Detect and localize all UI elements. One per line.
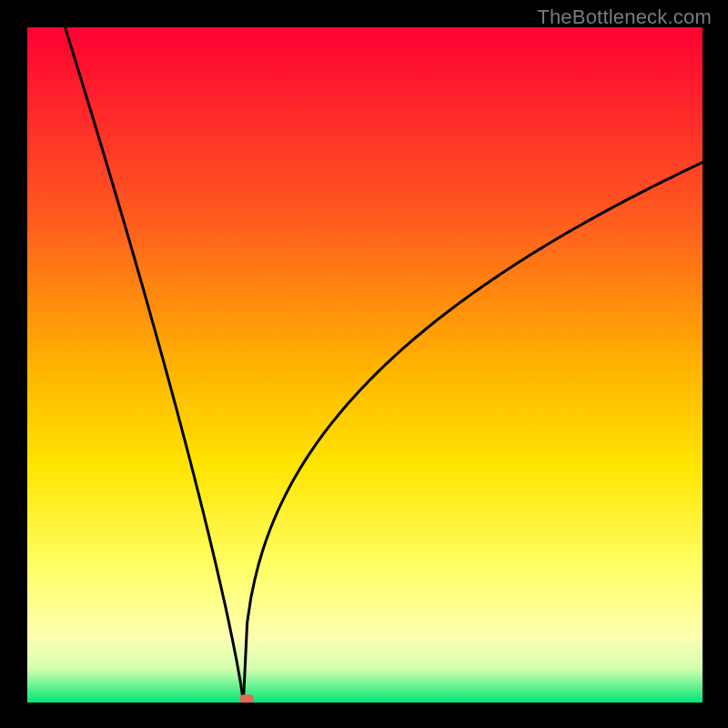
bottleneck-marker [240, 694, 254, 703]
watermark-label: TheBottleneck.com [537, 5, 712, 29]
chart-container: TheBottleneck.com [0, 0, 728, 728]
bottleneck-chart [0, 0, 728, 728]
plot-background [27, 27, 703, 703]
